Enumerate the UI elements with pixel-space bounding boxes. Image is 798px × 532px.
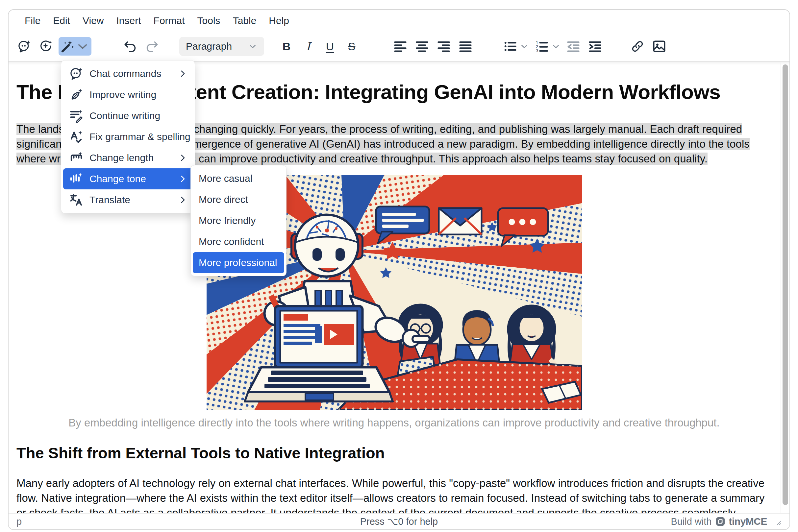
menu-edit[interactable]: Edit bbox=[47, 13, 76, 29]
scrollbar-thumb[interactable] bbox=[782, 64, 788, 505]
undo-icon bbox=[123, 39, 137, 54]
editor-window: File Edit View Insert Format Tools Table… bbox=[8, 9, 790, 530]
image-icon bbox=[652, 39, 666, 54]
pen-sparkle-icon bbox=[69, 88, 83, 102]
resize-grip-icon[interactable] bbox=[773, 517, 782, 526]
ai-chat-icon bbox=[17, 39, 32, 54]
toolbar: Paragraph B I U S bbox=[8, 32, 790, 61]
ai-chat-button[interactable] bbox=[15, 37, 34, 56]
brand-name: tinyMCE bbox=[729, 516, 767, 527]
chevron-down-icon bbox=[248, 41, 258, 51]
align-right-button[interactable] bbox=[434, 37, 453, 56]
menu-table[interactable]: Table bbox=[227, 13, 263, 29]
menu-item-translate[interactable]: Translate bbox=[63, 189, 193, 210]
ai-chat-icon bbox=[69, 66, 83, 81]
indent-button[interactable] bbox=[586, 37, 604, 56]
align-right-icon bbox=[437, 39, 451, 54]
equalizer-sparkle-icon bbox=[69, 172, 83, 186]
underline-button[interactable]: U bbox=[321, 37, 339, 56]
brand-prefix: Build with bbox=[671, 516, 711, 527]
magic-wand-icon bbox=[60, 39, 75, 54]
branding[interactable]: Build with tinyMCE bbox=[671, 516, 782, 527]
undo-button[interactable] bbox=[121, 37, 140, 56]
chevron-down-icon bbox=[75, 39, 90, 54]
ai-review-icon bbox=[39, 39, 53, 54]
block-format-value: Paragraph bbox=[186, 41, 248, 52]
menu-item-continue-writing[interactable]: Continue writing bbox=[63, 105, 193, 126]
ai-review-button[interactable] bbox=[37, 37, 55, 56]
insert-image-button[interactable] bbox=[650, 37, 668, 56]
menu-tools[interactable]: Tools bbox=[191, 13, 227, 29]
redo-icon bbox=[145, 39, 159, 54]
align-left-button[interactable] bbox=[391, 37, 410, 56]
chevron-down-icon[interactable] bbox=[519, 41, 529, 51]
menu-format[interactable]: Format bbox=[147, 13, 191, 29]
menu-item-improve-writing[interactable]: Improve writing bbox=[63, 84, 193, 105]
justify-icon bbox=[458, 39, 473, 54]
link-button[interactable] bbox=[628, 37, 647, 56]
strikethrough-button[interactable]: S bbox=[342, 37, 361, 56]
menu-item-chat-commands[interactable]: Chat commands bbox=[63, 63, 193, 84]
section-paragraph: Many early adopters of AI technology rel… bbox=[16, 476, 772, 513]
menubar: File Edit View Insert Format Tools Table… bbox=[8, 10, 790, 32]
justify-button[interactable] bbox=[456, 37, 475, 56]
menu-file[interactable]: File bbox=[18, 13, 47, 29]
bold-button[interactable]: B bbox=[277, 37, 296, 56]
chevron-right-icon bbox=[178, 195, 187, 205]
numbered-list-button[interactable] bbox=[533, 37, 551, 56]
link-icon bbox=[630, 39, 645, 54]
chevron-right-icon bbox=[178, 174, 187, 184]
statusbar: p Press ⌥0 for help Build with tinyMCE bbox=[8, 513, 790, 529]
tone-submenu: More casual More direct More friendly Mo… bbox=[190, 165, 286, 276]
submenu-item-more-direct[interactable]: More direct bbox=[193, 189, 284, 210]
chevron-right-icon bbox=[178, 69, 187, 79]
outdent-button[interactable] bbox=[564, 37, 582, 56]
image-caption: By embedding intelligence directly into … bbox=[16, 415, 772, 430]
block-format-select[interactable]: Paragraph bbox=[179, 37, 264, 56]
bullet-list-icon bbox=[503, 39, 517, 54]
italic-button[interactable]: I bbox=[299, 37, 317, 56]
ruler-sparkle-icon bbox=[69, 151, 83, 165]
menu-insert[interactable]: Insert bbox=[110, 13, 147, 29]
ai-dropdown-menu: Chat commands Improve writing Continue w… bbox=[61, 60, 195, 213]
align-center-button[interactable] bbox=[413, 37, 431, 56]
submenu-item-more-professional[interactable]: More professional bbox=[193, 252, 284, 273]
menu-item-change-tone[interactable]: Change tone bbox=[63, 168, 193, 189]
scrollbar-track[interactable] bbox=[781, 62, 790, 513]
redo-button[interactable] bbox=[143, 37, 161, 56]
ai-shortcuts-button[interactable] bbox=[58, 37, 91, 56]
spellcheck-icon bbox=[69, 130, 83, 144]
translate-icon bbox=[69, 193, 83, 207]
tinymce-logo-icon bbox=[715, 516, 726, 527]
lines-pencil-icon bbox=[69, 109, 83, 123]
bullet-list-button[interactable] bbox=[501, 37, 519, 56]
submenu-item-more-friendly[interactable]: More friendly bbox=[193, 210, 284, 231]
submenu-item-more-confident[interactable]: More confident bbox=[193, 231, 284, 252]
align-center-icon bbox=[415, 39, 429, 54]
indent-icon bbox=[588, 39, 602, 54]
chevron-down-icon[interactable] bbox=[551, 41, 561, 51]
align-left-icon bbox=[393, 39, 408, 54]
chevron-right-icon bbox=[178, 153, 187, 163]
outdent-icon bbox=[566, 39, 580, 54]
menu-item-fix-grammar[interactable]: Fix grammar & spelling bbox=[63, 126, 193, 147]
numbered-list-icon bbox=[535, 39, 549, 54]
menu-view[interactable]: View bbox=[76, 13, 110, 29]
menu-item-change-length[interactable]: Change length bbox=[63, 147, 193, 168]
menu-help[interactable]: Help bbox=[262, 13, 295, 29]
submenu-item-more-casual[interactable]: More casual bbox=[193, 168, 284, 189]
section-heading: The Shift from External Tools to Native … bbox=[16, 444, 772, 462]
